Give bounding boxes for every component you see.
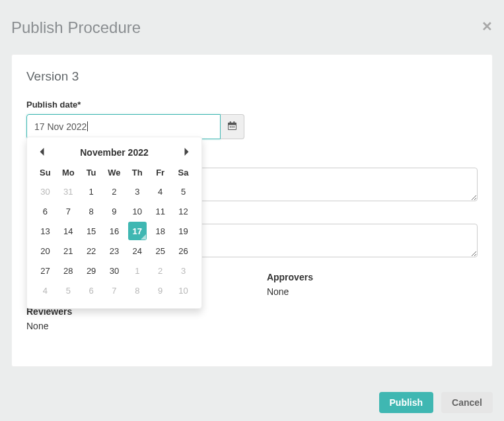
publish-date-group: 17 Nov 2022 (26, 114, 244, 139)
calendar-day[interactable]: 5 (59, 281, 77, 300)
datepicker-header: November 2022 (34, 143, 195, 164)
dow-header: Th (126, 164, 149, 181)
calendar-day[interactable]: 22 (82, 242, 100, 260)
version-title: Version 3 (26, 69, 478, 84)
calendar-day[interactable]: 1 (82, 182, 100, 201)
calendar-day[interactable]: 29 (82, 261, 100, 280)
calendar-day[interactable]: 9 (151, 281, 170, 300)
approvers-label: Approvers (267, 272, 313, 282)
calendar-day[interactable]: 5 (174, 182, 193, 201)
calendar-day[interactable]: 31 (59, 182, 77, 201)
calendar-day[interactable]: 12 (174, 202, 193, 220)
calendar-day[interactable]: 18 (151, 222, 170, 240)
dow-header: Tu (80, 164, 103, 181)
calendar-day[interactable]: 21 (59, 242, 77, 260)
calendar-day[interactable]: 30 (36, 182, 54, 201)
calendar-day[interactable]: 4 (36, 281, 54, 300)
calendar-day[interactable]: 25 (151, 242, 170, 260)
next-month-button[interactable] (180, 145, 194, 160)
chevron-right-icon (184, 146, 190, 158)
calendar-day[interactable]: 23 (105, 242, 124, 260)
publish-date-value: 17 Nov 2022 (34, 121, 88, 132)
calendar-day[interactable]: 26 (174, 242, 193, 260)
publish-button[interactable]: Publish (379, 392, 434, 413)
calendar-day[interactable]: 10 (128, 202, 147, 220)
calendar-button[interactable] (221, 114, 244, 139)
datepicker-month-title[interactable]: November 2022 (80, 147, 149, 158)
cancel-button[interactable]: Cancel (441, 392, 493, 413)
calendar-day[interactable]: 16 (105, 222, 124, 240)
calendar-day[interactable]: 30 (105, 261, 124, 280)
calendar-day[interactable]: 7 (59, 202, 77, 220)
dow-header: Mo (57, 164, 80, 181)
panel: Version 3 Publish date* 17 Nov 2022 Nove… (11, 54, 493, 367)
calendar-day[interactable]: 4 (151, 182, 170, 201)
dow-header: Sa (172, 164, 195, 181)
calendar-day[interactable]: 9 (105, 202, 124, 220)
calendar-day[interactable]: 17 (128, 222, 147, 240)
close-icon[interactable]: ✕ (482, 20, 493, 33)
calendar-day[interactable]: 6 (82, 281, 100, 300)
calendar-day[interactable]: 14 (59, 222, 77, 240)
footer: Publish Cancel (379, 392, 493, 413)
calendar-day[interactable]: 13 (36, 222, 54, 240)
datepicker: November 2022 SuMoTuWeThFrSa 30311234567… (26, 137, 202, 309)
calendar-day[interactable]: 6 (36, 202, 54, 220)
calendar-day[interactable]: 2 (105, 182, 124, 201)
dow-header: We (103, 164, 126, 181)
reviewers-block: Reviewers None (26, 306, 478, 331)
calendar-day[interactable]: 11 (151, 202, 170, 220)
dow-header: Fr (149, 164, 172, 181)
calendar-day[interactable]: 24 (128, 242, 147, 260)
chevron-left-icon (39, 146, 45, 158)
datepicker-table: SuMoTuWeThFrSa 3031123456789101112131415… (34, 164, 195, 300)
calendar-day[interactable]: 2 (151, 261, 170, 280)
calendar-day[interactable]: 28 (59, 261, 77, 280)
calendar-day[interactable]: 8 (82, 202, 100, 220)
prev-month-button[interactable] (35, 145, 49, 160)
publish-date-label: Publish date* (26, 100, 478, 110)
approvers-block: Approvers None (267, 272, 313, 297)
calendar-day[interactable]: 7 (105, 281, 124, 300)
reviewers-value: None (26, 321, 478, 331)
calendar-day[interactable]: 10 (174, 281, 193, 300)
calendar-day[interactable]: 19 (174, 222, 193, 240)
calendar-day[interactable]: 3 (174, 261, 193, 280)
calendar-icon (228, 121, 236, 133)
calendar-day[interactable]: 20 (36, 242, 54, 260)
modal-title: Publish Procedure (11, 18, 141, 37)
calendar-day[interactable]: 8 (128, 281, 147, 300)
calendar-day[interactable]: 27 (36, 261, 54, 280)
approvers-value: None (267, 286, 313, 297)
calendar-day[interactable]: 1 (128, 261, 147, 280)
modal-header: Publish Procedure ✕ (0, 0, 504, 48)
calendar-day[interactable]: 3 (128, 182, 147, 201)
publish-date-input[interactable]: 17 Nov 2022 (26, 114, 221, 139)
calendar-day[interactable]: 15 (82, 222, 100, 240)
dow-header: Su (34, 164, 57, 181)
